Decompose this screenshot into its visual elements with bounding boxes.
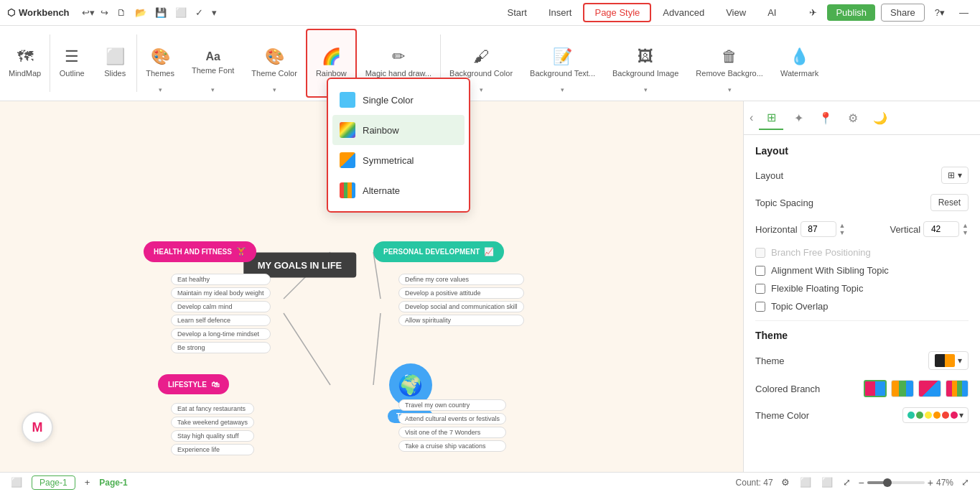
layout-select[interactable]: ⊞ ▾ xyxy=(941,167,969,184)
toolbar-mindmap[interactable]: 🗺 MindMap xyxy=(0,29,50,98)
topic-spacing-label: Topic Spacing xyxy=(755,198,813,208)
alignment-checkbox[interactable] xyxy=(755,266,765,276)
tab-advanced[interactable]: Advanced xyxy=(653,4,714,21)
lifestyle-sub-1[interactable]: Eat at fancy restaurants xyxy=(171,403,254,414)
bg-color-icon: 🖌 xyxy=(473,47,489,66)
toolbar-slides[interactable]: ⬜ Slides xyxy=(93,29,136,98)
cb-option-2[interactable] xyxy=(891,380,914,397)
sidebar-toggle-button[interactable]: ⬜ xyxy=(9,475,24,489)
count-icon[interactable]: ⚙ xyxy=(779,475,792,489)
logo-text: Workbench xyxy=(19,7,70,18)
horizontal-input[interactable] xyxy=(801,221,836,237)
help-button[interactable]: ?▾ xyxy=(930,6,949,19)
health-sub-2[interactable]: Maintain my ideal body weight xyxy=(171,287,271,299)
cb-option-4[interactable] xyxy=(946,380,969,397)
add-page-button[interactable]: + xyxy=(83,475,93,489)
flexible-checkbox[interactable] xyxy=(755,284,765,294)
horizontal-up-button[interactable]: ▲ xyxy=(839,223,846,229)
sidebar-back-button[interactable]: ‹ xyxy=(750,111,753,124)
theme-color-select[interactable]: ▾ xyxy=(902,407,969,423)
theme-color-icon: 🎨 xyxy=(265,47,284,66)
open-file-button[interactable]: 📂 xyxy=(133,6,149,19)
lifestyle-sub-4[interactable]: Experience life xyxy=(171,444,254,455)
zoom-out-button[interactable]: − xyxy=(859,477,864,488)
travel-sub-3[interactable]: Visit one of the 7 Wonders xyxy=(398,427,506,438)
window-min-button[interactable]: — xyxy=(955,6,973,19)
toolbar-outline[interactable]: ☰ Outline xyxy=(50,29,93,98)
save-file-button[interactable]: 💾 xyxy=(153,6,169,19)
floating-action-button[interactable]: M xyxy=(22,412,53,443)
undo-button[interactable]: ↩▾ xyxy=(80,6,97,19)
cb-option-1[interactable] xyxy=(864,380,887,397)
health-sub-1[interactable]: Eat healthy xyxy=(171,274,271,285)
screen-button[interactable]: ⬜ xyxy=(173,6,189,19)
dropdown-symmetrical[interactable]: Symmetrical xyxy=(328,145,469,175)
fit-screen-button[interactable]: ⤢ xyxy=(959,475,971,489)
vertical-up-button[interactable]: ▲ xyxy=(962,223,969,229)
sidebar-tab-settings[interactable]: ⚙ xyxy=(841,106,865,130)
outline-icon: ☰ xyxy=(65,47,79,66)
dropdown-single-color[interactable]: Single Color xyxy=(328,85,469,115)
health-sub-5[interactable]: Develop a long-time mindset xyxy=(171,328,271,340)
view-toggle-1[interactable]: ⬜ xyxy=(798,475,813,489)
personal-node[interactable]: PERSONAL DEVELOPMENT 📈 xyxy=(373,241,504,262)
share-button[interactable]: Share xyxy=(881,4,925,22)
page-1-tab[interactable]: Page-1 xyxy=(32,475,75,490)
tab-start[interactable]: Start xyxy=(497,4,536,21)
horizontal-down-button[interactable]: ▼ xyxy=(839,230,846,236)
bg-image-icon: 🖼 xyxy=(638,47,653,66)
toolbar-theme-font[interactable]: Aa Theme Font ▾ xyxy=(183,29,243,98)
health-sub-4[interactable]: Learn self defence xyxy=(171,315,271,326)
toolbar-remove-bg[interactable]: 🗑 Remove Backgro... ▾ xyxy=(687,29,772,98)
theme-font-icon: Aa xyxy=(205,50,220,63)
themes-arrow-icon: ▾ xyxy=(159,86,162,93)
more-button[interactable]: ▾ xyxy=(210,6,219,19)
dropdown-alternate[interactable]: Alternate xyxy=(328,175,469,205)
tab-ai[interactable]: AI xyxy=(757,4,786,21)
personal-sub-4[interactable]: Allow spirituality xyxy=(398,315,524,326)
personal-sub-1[interactable]: Define my core values xyxy=(398,274,524,285)
sidebar-tab-location[interactable]: 📍 xyxy=(813,106,838,130)
sidebar-tab-moon[interactable]: 🌙 xyxy=(868,106,892,130)
health-sub-3[interactable]: Develop calm mind xyxy=(171,301,271,312)
tab-page-style[interactable]: Page Style xyxy=(583,3,651,22)
zoom-in-button[interactable]: + xyxy=(928,477,933,488)
cb-option-3[interactable] xyxy=(918,380,941,397)
tab-insert[interactable]: Insert xyxy=(538,4,582,21)
toolbar-bg-image[interactable]: 🖼 Background Image ▾ xyxy=(604,29,687,98)
toolbar-bg-text[interactable]: 📝 Background Text... ▾ xyxy=(521,29,604,98)
publish-button[interactable]: Publish xyxy=(827,4,875,21)
lifestyle-sub-3[interactable]: Stay high quality stuff xyxy=(171,430,254,442)
lifestyle-sub-2[interactable]: Take weekend getaways xyxy=(171,417,254,428)
theme-select[interactable]: ▾ xyxy=(928,351,969,370)
travel-sub-4[interactable]: Take a cruise ship vacations xyxy=(398,440,506,452)
layout-dropdown-arrow: ▾ xyxy=(958,170,962,180)
health-node[interactable]: HEALTH AND FITNESS 🏋 xyxy=(144,241,256,262)
travel-sub-2[interactable]: Attend cultural events or festivals xyxy=(398,413,506,424)
theme-color-arrow-icon: ▾ xyxy=(273,86,276,93)
reset-button[interactable]: Reset xyxy=(930,194,969,211)
tab-view[interactable]: View xyxy=(716,4,756,21)
toolbar-watermark[interactable]: 💧 Watermark xyxy=(772,29,827,98)
personal-sub-2[interactable]: Develop a positive attitude xyxy=(398,287,524,299)
health-sub-6[interactable]: Be strong xyxy=(171,342,271,353)
fullscreen-button[interactable]: ⤢ xyxy=(841,475,853,489)
vertical-down-button[interactable]: ▼ xyxy=(962,230,969,236)
new-file-button[interactable]: 🗋 xyxy=(115,6,129,19)
view-toggle-2[interactable]: ⬜ xyxy=(819,475,835,489)
mark-button[interactable]: ✓ xyxy=(193,6,205,19)
travel-sub-1[interactable]: Travel my own country xyxy=(398,399,506,411)
lifestyle-node[interactable]: LIFESTYLE 🛍 xyxy=(158,374,229,394)
sidebar-tab-sparkle[interactable]: ✦ xyxy=(786,106,811,130)
toolbar-theme-color[interactable]: 🎨 Theme Color ▾ xyxy=(243,29,306,98)
sidebar-tab-layout[interactable]: ⊞ xyxy=(759,106,783,130)
vertical-input[interactable] xyxy=(923,221,959,237)
topic-overlap-checkbox[interactable] xyxy=(755,302,765,312)
redo-button[interactable]: ↪ xyxy=(98,6,111,19)
personal-sub-3[interactable]: Develop social and communication skill xyxy=(398,301,524,312)
branch-free-checkbox[interactable] xyxy=(755,248,765,258)
zoom-slider[interactable] xyxy=(867,481,925,484)
send-icon[interactable]: ✈ xyxy=(805,6,821,19)
toolbar-themes[interactable]: 🎨 Themes ▾ xyxy=(137,29,183,98)
dropdown-rainbow[interactable]: Rainbow xyxy=(332,115,465,145)
